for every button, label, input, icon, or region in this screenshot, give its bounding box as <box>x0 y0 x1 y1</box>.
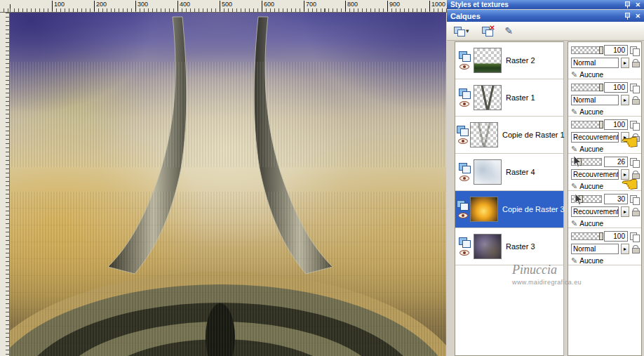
blend-mode-select[interactable]: Recouvrement <box>571 206 619 217</box>
layer-row-icons <box>457 51 472 70</box>
layer-thumbnail[interactable] <box>470 197 498 222</box>
ruler-label: 200 <box>94 1 107 11</box>
blend-mode-arrow-button[interactable]: ▸ <box>621 95 629 105</box>
opacity-value[interactable]: 26 <box>604 157 628 167</box>
link-set-label[interactable]: Aucune <box>579 257 603 265</box>
raster-layer-icon <box>459 237 471 247</box>
layer-link-icon[interactable] <box>630 195 639 204</box>
ruler-label: 100 <box>52 1 65 11</box>
close-icon[interactable]: ✕ <box>635 13 640 20</box>
layer-row[interactable]: Raster 3 <box>455 228 563 265</box>
canvas[interactable] <box>10 13 446 356</box>
horizontal-ruler[interactable]: 100 200 300 400 500 600 700 800 900 1000 <box>0 0 447 13</box>
opacity-slider[interactable] <box>571 84 602 91</box>
layer-thumbnail[interactable] <box>470 122 498 147</box>
visibility-eye-icon[interactable] <box>458 213 468 218</box>
brush-icon: ✎ <box>571 145 577 153</box>
link-set-label[interactable]: Aucune <box>579 71 603 79</box>
layer-row[interactable]: Copie de Raster 1 <box>455 117 563 154</box>
ruler-label: 800 <box>345 1 358 11</box>
visibility-eye-icon[interactable] <box>459 250 469 256</box>
opacity-value[interactable]: 100 <box>604 45 628 55</box>
vertical-ruler[interactable] <box>0 13 10 356</box>
link-set-label[interactable]: Aucune <box>579 145 603 153</box>
layer-thumbnail[interactable] <box>474 85 502 110</box>
visibility-eye-icon[interactable] <box>458 138 468 144</box>
mouse-cursor-icon <box>575 193 584 206</box>
delete-layer-button[interactable]: ✕ <box>479 23 495 39</box>
visibility-eye-icon[interactable] <box>459 176 469 181</box>
layer-thumbnail[interactable] <box>474 234 502 259</box>
lock-transparency-icon[interactable] <box>632 245 639 253</box>
stripe-texture-upper <box>10 62 446 167</box>
blend-mode-select[interactable]: Normal <box>571 58 619 68</box>
visibility-eye-icon[interactable] <box>459 64 469 70</box>
layer-row-icons <box>457 200 469 218</box>
layer-row-icons <box>457 163 472 181</box>
layer-row-icons <box>457 126 469 144</box>
layer-row-icons <box>457 237 472 256</box>
styles-palette-title: Styles et textures <box>450 0 509 9</box>
layers-palette-titlebar[interactable]: Calques ✕ <box>447 10 644 22</box>
layer-link-icon[interactable] <box>630 232 639 241</box>
opacity-slider[interactable] <box>571 121 602 128</box>
layer-name[interactable]: Copie de Raster 3 <box>502 205 565 213</box>
styles-palette-titlebar[interactable]: Styles et textures ✕ <box>447 0 644 9</box>
ruler-label: 700 <box>304 1 316 11</box>
layer-row[interactable]: Raster 4 <box>455 154 563 191</box>
brush-icon: ✎ <box>571 107 577 116</box>
new-layer-icon <box>454 27 464 36</box>
ruler-label: 600 <box>262 1 274 11</box>
edit-selection-button[interactable]: ✎ <box>502 23 516 39</box>
layer-name[interactable]: Raster 1 <box>506 93 535 102</box>
raster-layer-icon <box>457 126 469 136</box>
palettes-panel: Styles et textures ✕ Calques ✕ ▾ ✕ ✎ <box>447 0 644 356</box>
link-set-label[interactable]: Aucune <box>579 183 603 190</box>
blend-mode-arrow-button[interactable]: ▸ <box>621 244 629 254</box>
blend-mode-arrow-button[interactable]: ▸ <box>621 58 629 68</box>
layer-row-selected[interactable]: Copie de Raster 3 <box>455 191 563 228</box>
lock-transparency-icon[interactable] <box>632 208 639 216</box>
brush-icon: ✎ <box>571 182 577 190</box>
blend-mode-select[interactable]: Normal <box>571 244 619 254</box>
visibility-eye-icon[interactable] <box>459 101 469 107</box>
pin-icon[interactable] <box>624 13 631 20</box>
layer-thumbnail[interactable] <box>474 159 502 185</box>
ruler-label: 1000 <box>429 1 445 11</box>
delete-cross-icon: ✕ <box>489 24 495 32</box>
pin-icon[interactable] <box>624 1 631 8</box>
link-set-label[interactable]: Aucune <box>579 108 603 116</box>
layer-row[interactable]: Raster 2 <box>455 42 563 79</box>
opacity-value[interactable]: 100 <box>604 119 628 130</box>
brush-icon: ✎ <box>571 256 577 265</box>
layer-name[interactable]: Raster 4 <box>506 168 535 176</box>
pen-icon: ✎ <box>505 25 514 37</box>
stripe-texture-lower <box>10 192 446 356</box>
new-layer-button[interactable]: ▾ <box>451 23 472 39</box>
blend-mode-select[interactable]: Normal <box>571 95 619 105</box>
layer-name[interactable]: Copie de Raster 1 <box>502 131 565 139</box>
ruler-label: 500 <box>220 1 232 11</box>
layer-name[interactable]: Raster 3 <box>506 242 535 251</box>
layer-link-icon[interactable] <box>630 84 639 92</box>
layer-thumbnail[interactable] <box>474 48 502 73</box>
blend-mode-select[interactable]: Recouvrement <box>571 169 619 180</box>
opacity-slider[interactable] <box>571 46 602 54</box>
lock-transparency-icon[interactable] <box>632 59 639 67</box>
opacity-value[interactable]: 100 <box>604 82 628 93</box>
layer-link-icon[interactable] <box>630 158 639 166</box>
raster-layer-icon <box>457 200 469 210</box>
layer-link-icon[interactable] <box>630 121 639 129</box>
opacity-slider[interactable] <box>571 232 602 240</box>
blend-mode-arrow-button[interactable]: ▸ <box>621 206 629 217</box>
ruler-label: 900 <box>387 1 400 11</box>
layer-link-icon[interactable] <box>630 46 639 55</box>
layer-row[interactable]: Raster 1 <box>455 79 563 117</box>
opacity-value[interactable]: 100 <box>604 231 628 242</box>
link-set-label[interactable]: Aucune <box>579 220 603 228</box>
lock-transparency-icon[interactable] <box>632 96 639 104</box>
app-window: 100 200 300 400 500 600 700 800 900 1000 <box>0 0 644 356</box>
blend-mode-select[interactable]: Recouvrement <box>571 132 619 143</box>
close-icon[interactable]: ✕ <box>635 1 640 8</box>
layer-name[interactable]: Raster 2 <box>506 56 535 65</box>
